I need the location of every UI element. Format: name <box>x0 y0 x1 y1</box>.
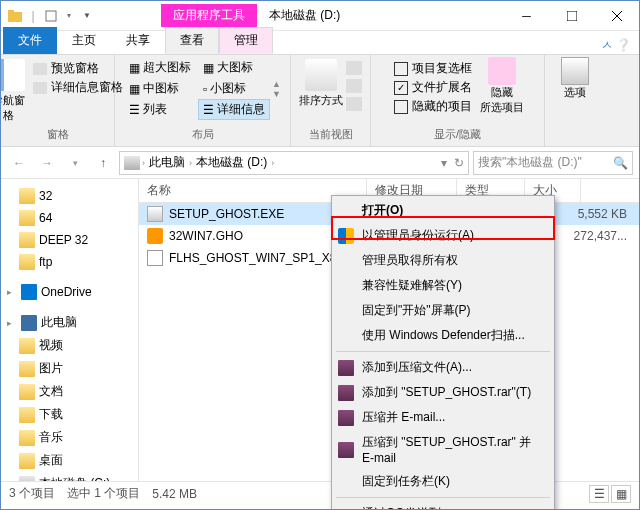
tree-item[interactable]: 图片 <box>1 357 138 380</box>
preview-pane-button[interactable]: 预览窗格 <box>31 59 125 78</box>
menu-item[interactable]: 压缩到 "SETUP_GHOST.rar" 并 E-mail <box>332 430 554 469</box>
checkbox-toggle[interactable]: 项目复选框 <box>392 59 474 78</box>
group-current: 当前视图 <box>309 125 353 144</box>
group-showhide: 显示/隐藏 <box>434 125 481 144</box>
tree-item[interactable]: 视频 <box>1 334 138 357</box>
status-sel: 选中 1 个项目 <box>67 485 140 502</box>
hidden-toggle[interactable]: 隐藏的项目 <box>392 97 474 116</box>
view-large[interactable]: ▦大图标 <box>198 57 270 78</box>
sizecol-icon[interactable] <box>346 97 362 111</box>
tab-share[interactable]: 共享 <box>111 27 165 54</box>
tab-home[interactable]: 主页 <box>57 27 111 54</box>
addcol-icon[interactable] <box>346 79 362 93</box>
svg-rect-2 <box>46 11 56 21</box>
nav-pane-label[interactable]: 导航窗格 <box>0 93 27 123</box>
group-panes: 窗格 <box>47 125 69 144</box>
contextual-tab: 应用程序工具 <box>161 4 257 27</box>
sort-label[interactable]: 排序方式 <box>299 93 343 108</box>
tab-manage[interactable]: 管理 <box>219 27 273 54</box>
view-icons-toggle[interactable]: ▦ <box>611 485 631 503</box>
menu-item[interactable]: 打开(O) <box>332 198 554 223</box>
tree-item[interactable]: 本地磁盘 (C:) <box>1 472 138 481</box>
view-details-toggle[interactable]: ☰ <box>589 485 609 503</box>
qat-divider: | <box>25 8 41 24</box>
bc-pc[interactable]: 此电脑 <box>147 154 187 171</box>
view-medium[interactable]: ▦中图标 <box>124 78 196 99</box>
menu-item[interactable]: 添加到 "SETUP_GHOST.rar"(T) <box>332 380 554 405</box>
group-layout: 布局 <box>192 125 214 144</box>
status-count: 3 个项目 <box>9 485 55 502</box>
folder-icon <box>7 8 23 24</box>
tree-item[interactable]: 32 <box>1 185 138 207</box>
menu-item[interactable]: 使用 Windows Defender扫描... <box>332 323 554 348</box>
tree-item[interactable]: 64 <box>1 207 138 229</box>
tree-item[interactable]: ▸OneDrive <box>1 281 138 303</box>
tab-view[interactable]: 查看 <box>165 27 219 54</box>
ext-toggle[interactable]: ✓文件扩展名 <box>392 78 474 97</box>
back-button[interactable]: ← <box>7 151 31 175</box>
svg-rect-3 <box>567 11 577 21</box>
menu-item[interactable]: 添加到压缩文件(A)... <box>332 355 554 380</box>
menu-item[interactable]: 固定到"开始"屏幕(P) <box>332 298 554 323</box>
qat-props-icon[interactable] <box>43 8 59 24</box>
menu-item[interactable]: 兼容性疑难解答(Y) <box>332 273 554 298</box>
bc-drive[interactable]: 本地磁盘 (D:) <box>194 154 269 171</box>
search-icon: 🔍 <box>613 156 628 170</box>
minimize-button[interactable]: ─ <box>504 2 549 30</box>
sort-icon[interactable] <box>305 59 337 91</box>
tree-item[interactable]: ftp <box>1 251 138 273</box>
qat-dropdown-icon[interactable]: ▾ <box>61 8 77 24</box>
recent-button[interactable]: ▾ <box>63 151 87 175</box>
nav-pane-icon[interactable] <box>0 59 25 91</box>
nav-tree[interactable]: 3264DEEP 32ftp▸OneDrive▸此电脑视频图片文档下载音乐桌面本… <box>1 179 139 481</box>
view-list[interactable]: ☰列表 <box>124 99 196 120</box>
up-button[interactable]: ↑ <box>91 151 115 175</box>
tree-item[interactable]: ▸此电脑 <box>1 311 138 334</box>
menu-item[interactable]: 管理员取得所有权 <box>332 248 554 273</box>
view-details[interactable]: ☰详细信息 <box>198 99 270 120</box>
tree-item[interactable]: 文档 <box>1 380 138 403</box>
menu-item[interactable]: 固定到任务栏(K) <box>332 469 554 494</box>
drive-icon <box>124 156 140 170</box>
tab-file[interactable]: 文件 <box>3 27 57 54</box>
hide-icon[interactable] <box>488 57 516 85</box>
tree-item[interactable]: 音乐 <box>1 426 138 449</box>
breadcrumb[interactable]: › 此电脑 › 本地磁盘 (D:) › ▾ ↻ <box>119 151 469 175</box>
details-pane-button[interactable]: 详细信息窗格 <box>31 78 125 97</box>
close-button[interactable] <box>594 2 639 30</box>
options-icon[interactable] <box>561 57 589 85</box>
maximize-button[interactable] <box>549 2 594 30</box>
window-title: 本地磁盘 (D:) <box>257 4 352 27</box>
svg-rect-1 <box>8 10 14 14</box>
menu-item[interactable]: 通过QQ发送到 <box>332 501 554 510</box>
menu-item[interactable]: 压缩并 E-mail... <box>332 405 554 430</box>
context-menu: 打开(O)以管理员身份运行(A)管理员取得所有权兼容性疑难解答(Y)固定到"开始… <box>331 195 555 510</box>
tree-item[interactable]: DEEP 32 <box>1 229 138 251</box>
view-extralarge[interactable]: ▦超大图标 <box>124 57 196 78</box>
tree-item[interactable]: 桌面 <box>1 449 138 472</box>
view-small[interactable]: ▫小图标 <box>198 78 270 99</box>
groupby-icon[interactable] <box>346 61 362 75</box>
qat-overflow-icon[interactable]: ▼ <box>79 8 95 24</box>
forward-button[interactable]: → <box>35 151 59 175</box>
search-input[interactable]: 搜索"本地磁盘 (D:)" 🔍 <box>473 151 633 175</box>
tree-item[interactable]: 下载 <box>1 403 138 426</box>
status-size: 5.42 MB <box>152 487 197 501</box>
help-button[interactable]: ㅅ ❔ <box>593 37 639 54</box>
menu-item[interactable]: 以管理员身份运行(A) <box>332 223 554 248</box>
